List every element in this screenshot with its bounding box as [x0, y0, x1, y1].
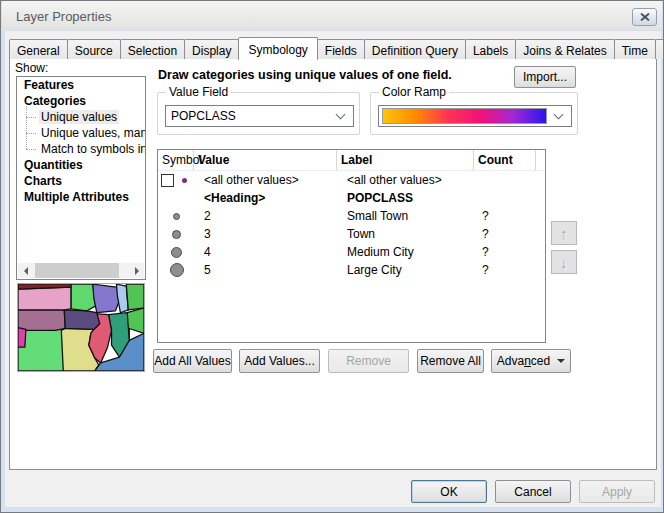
- column-header-value[interactable]: Value: [194, 150, 337, 170]
- tree-connector: [26, 109, 39, 125]
- ok-button[interactable]: OK: [411, 480, 487, 503]
- tab-source[interactable]: Source: [67, 39, 121, 59]
- layer-properties-dialog: Layer Properties General Source Selectio…: [0, 0, 664, 513]
- tab-fields[interactable]: Fields: [317, 39, 365, 59]
- scroll-right-icon[interactable]: [129, 263, 144, 278]
- symbology-page: Show: Features Categories Unique values …: [9, 58, 657, 470]
- move-up-button[interactable]: ↑: [551, 221, 577, 245]
- tree-item-features[interactable]: Features: [17, 77, 145, 93]
- point-symbol-icon[interactable]: [182, 178, 187, 183]
- point-symbol-icon[interactable]: [170, 263, 184, 277]
- chevron-down-icon: [554, 110, 564, 120]
- column-header-spare: [536, 150, 545, 170]
- advanced-button[interactable]: Advanced: [491, 349, 571, 373]
- arrow-down-icon: ↓: [560, 254, 568, 271]
- show-label: Show:: [15, 61, 48, 75]
- show-tree: Features Categories Unique values Unique…: [16, 76, 146, 280]
- table-header: Symbol Value Label Count: [158, 150, 545, 171]
- import-button[interactable]: Import...: [514, 66, 576, 88]
- value-field-value: POPCLASS: [166, 109, 331, 123]
- tree-connector: [26, 125, 39, 141]
- map-preview: [17, 283, 145, 372]
- all-other-values-checkbox[interactable]: [161, 174, 174, 187]
- method-description: Draw categories using unique values of o…: [158, 68, 452, 82]
- point-symbol-icon[interactable]: [172, 230, 181, 239]
- value-field-label: Value Field: [166, 85, 231, 99]
- tree-item-match-to-symbols[interactable]: Match to symbols in a: [17, 141, 145, 157]
- add-values-button[interactable]: Add Values...: [239, 349, 320, 373]
- point-symbol-icon[interactable]: [171, 247, 182, 258]
- tree-connector: [26, 141, 39, 157]
- cancel-button[interactable]: Cancel: [495, 480, 571, 503]
- tab-selection[interactable]: Selection: [120, 39, 185, 59]
- table-row[interactable]: 2 Small Town ?: [158, 207, 545, 225]
- tree-item-charts[interactable]: Charts: [17, 173, 145, 189]
- column-header-label[interactable]: Label: [337, 150, 474, 170]
- apply-button: Apply: [579, 480, 655, 503]
- tab-time[interactable]: Time: [614, 39, 656, 59]
- titlebar: Layer Properties: [2, 1, 662, 31]
- remove-button: Remove: [328, 349, 409, 373]
- tab-general[interactable]: General: [9, 39, 68, 59]
- tab-symbology[interactable]: Symbology: [238, 37, 317, 60]
- arrow-up-icon: ↑: [560, 225, 568, 242]
- table-row[interactable]: 4 Medium City ?: [158, 243, 545, 261]
- table-row[interactable]: 5 Large City ?: [158, 261, 545, 279]
- scrollbar-thumb[interactable]: [35, 263, 119, 278]
- table-row[interactable]: 3 Town ?: [158, 225, 545, 243]
- close-icon: [640, 13, 650, 21]
- value-field-group: Value Field POPCLASS: [157, 92, 360, 135]
- scroll-left-icon[interactable]: [18, 263, 33, 278]
- tab-html-popup[interactable]: HTML Popup: [655, 39, 664, 59]
- chevron-down-icon: [336, 110, 346, 120]
- column-header-symbol[interactable]: Symbol: [158, 150, 194, 170]
- tab-labels[interactable]: Labels: [465, 39, 516, 59]
- tree-item-unique-values-many[interactable]: Unique values, many: [17, 125, 145, 141]
- tree-item-multiple-attributes[interactable]: Multiple Attributes: [17, 189, 145, 205]
- dialog-body: General Source Selection Display Symbolo…: [5, 31, 661, 507]
- tree-item-unique-values[interactable]: Unique values: [17, 109, 145, 125]
- value-field-dropdown[interactable]: POPCLASS: [165, 105, 354, 127]
- tree-horizontal-scrollbar[interactable]: [18, 263, 144, 278]
- map-preview-image: [18, 284, 144, 371]
- tab-display[interactable]: Display: [184, 39, 239, 59]
- color-ramp-label: Color Ramp: [379, 85, 449, 99]
- color-ramp-swatch: [382, 108, 547, 124]
- tree-item-categories[interactable]: Categories: [17, 93, 145, 109]
- remove-all-button[interactable]: Remove All: [417, 349, 484, 373]
- tab-joins-relates[interactable]: Joins & Relates: [515, 39, 614, 59]
- tab-definition-query[interactable]: Definition Query: [364, 39, 466, 59]
- close-button[interactable]: [632, 8, 657, 26]
- values-table: Symbol Value Label Count <all other valu…: [157, 149, 546, 343]
- table-row-heading[interactable]: <Heading> POPCLASS: [158, 189, 545, 207]
- tree-item-quantities[interactable]: Quantities: [17, 157, 145, 173]
- color-ramp-group: Color Ramp: [370, 92, 578, 135]
- color-ramp-dropdown[interactable]: [378, 105, 572, 127]
- move-down-button[interactable]: ↓: [551, 250, 577, 274]
- column-header-count[interactable]: Count: [474, 150, 536, 170]
- window-title: Layer Properties: [16, 9, 111, 24]
- dropdown-arrow-icon: [557, 359, 565, 363]
- add-all-values-button[interactable]: Add All Values: [153, 349, 232, 373]
- tab-strip: General Source Selection Display Symbolo…: [9, 36, 657, 59]
- table-row[interactable]: <all other values> <all other values>: [158, 171, 545, 189]
- point-symbol-icon[interactable]: [173, 213, 180, 220]
